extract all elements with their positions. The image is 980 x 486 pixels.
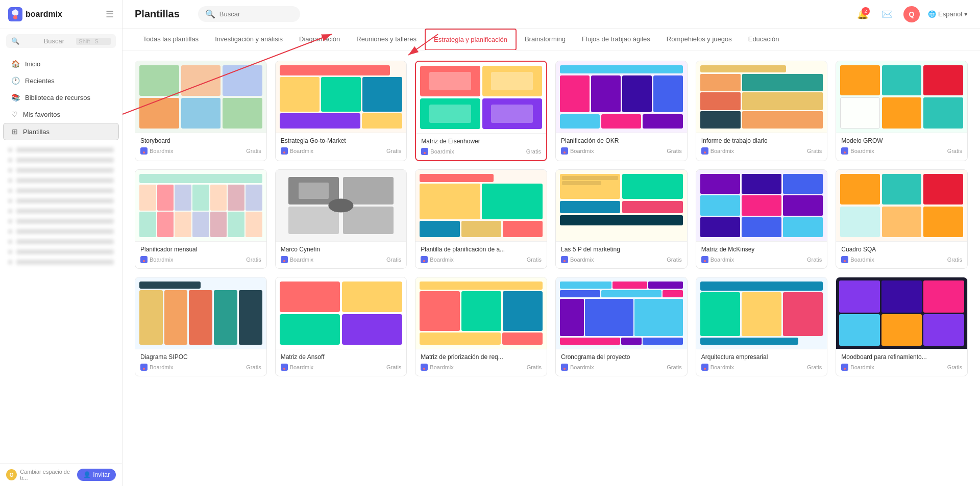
- file-item-2[interactable]: [0, 155, 122, 165]
- sidebar-files: [0, 143, 122, 463]
- svg-point-19: [423, 260, 425, 262]
- template-card-ansoff[interactable]: Matriz de Ansoff Boardmix Gratis: [275, 277, 407, 376]
- sidebar-item-home-label: Inicio: [25, 60, 40, 68]
- monthly-planner-info: Planificador mensual Boardmix Gratis: [135, 241, 266, 268]
- workspace-info[interactable]: O Cambiar espacio de tr...: [6, 469, 77, 481]
- mckinsey-preview: [696, 170, 827, 241]
- language-selector[interactable]: 🌐 Español ▾: [928, 10, 968, 18]
- sidebar-collapse-button[interactable]: ☰: [106, 9, 114, 20]
- sidebar-item-templates-label: Plantillas: [23, 128, 50, 136]
- file-item-1[interactable]: [0, 145, 122, 155]
- monthly-planner-author: Boardmix: [140, 256, 173, 263]
- logo[interactable]: boardmix: [8, 7, 62, 21]
- template-card-grow[interactable]: Modelo GROW Boardmix Gratis: [836, 61, 968, 161]
- sqa-preview: [836, 170, 967, 241]
- svg-point-9: [564, 151, 566, 154]
- project-schedule-name: Cronograma del proyecto: [561, 353, 682, 361]
- eisenhower-info: Matriz de Eisenhower Boardmix Gratis: [416, 133, 546, 160]
- file-item-9[interactable]: [0, 226, 122, 237]
- template-card-go-to-market[interactable]: Estrategia Go-to-Market Boardmix Gratis: [275, 61, 407, 161]
- template-card-cynefin[interactable]: Marco Cynefin Boardmix Gratis: [275, 169, 407, 269]
- moodboard-name: Moodboard para refinamiento...: [841, 353, 962, 361]
- file-item-11[interactable]: [0, 247, 122, 257]
- template-card-enterprise-arch[interactable]: Arquitectura empresarial Boardmix Gratis: [696, 277, 828, 376]
- notification-button[interactable]: 🔔 2: [854, 6, 871, 22]
- tab-brainstorming[interactable]: Brainstorming: [517, 29, 574, 50]
- go-to-market-name: Estrategia Go-to-Market: [281, 137, 402, 144]
- template-card-5p[interactable]: Las 5 P del marketing Boardmix Gratis: [555, 169, 688, 269]
- svg-point-15: [143, 260, 145, 262]
- ansoff-meta: Boardmix Gratis: [281, 364, 402, 371]
- tab-agile[interactable]: Flujos de trabjao ágiles: [574, 29, 658, 50]
- invite-button[interactable]: 👤 Invitar: [77, 469, 116, 481]
- eisenhower-name: Matriz de Eisenhower: [421, 138, 541, 145]
- template-card-monthly-planner[interactable]: Planificador mensual Boardmix Gratis: [135, 169, 267, 269]
- tab-meetings[interactable]: Reuniones y talleres: [348, 29, 425, 50]
- file-item-6[interactable]: [0, 196, 122, 206]
- lang-label: Español: [938, 10, 962, 18]
- mckinsey-badge: Gratis: [807, 257, 822, 263]
- ansoff-info: Matriz de Ansoff Boardmix Gratis: [276, 349, 407, 376]
- prioritization-preview: [415, 277, 547, 349]
- file-item-10[interactable]: [0, 237, 122, 247]
- file-item-5[interactable]: [0, 186, 122, 196]
- eisenhower-author: Boardmix: [421, 148, 454, 155]
- ansoff-preview: [276, 277, 407, 349]
- clock-icon: 🕐: [11, 76, 20, 85]
- daily-report-preview: [696, 61, 827, 133]
- file-item-12[interactable]: [0, 257, 122, 267]
- template-card-project-schedule[interactable]: Cronograma del proyecto Boardmix Gratis: [555, 277, 688, 376]
- sidebar-search[interactable]: 🔍 Buscar Shift S: [6, 34, 116, 48]
- template-card-moodboard[interactable]: Moodboard para refinamiento... Boardmix …: [836, 277, 968, 376]
- svg-point-33: [564, 368, 566, 370]
- 5p-author: Boardmix: [561, 256, 594, 263]
- file-item-3[interactable]: [0, 165, 122, 175]
- svg-point-1: [13, 15, 17, 19]
- svg-point-13: [844, 151, 846, 154]
- sidebar-item-library[interactable]: 📚 Biblioteca de recursos: [3, 89, 119, 106]
- tab-strategy[interactable]: Estrategia y planificación: [425, 29, 517, 50]
- sidebar-item-templates[interactable]: ⊞ Plantillas: [3, 123, 119, 140]
- tab-diagram[interactable]: Diagramación: [291, 29, 348, 50]
- template-card-eisenhower[interactable]: Matriz de Eisenhower Boardmix Gratis: [415, 61, 547, 161]
- tab-all[interactable]: Todas las plantillas: [135, 29, 207, 50]
- project-schedule-meta: Boardmix Gratis: [561, 364, 682, 371]
- project-schedule-info: Cronograma del proyecto Boardmix Gratis: [556, 349, 687, 376]
- search-bar[interactable]: 🔍: [198, 6, 300, 22]
- file-item-8[interactable]: [0, 216, 122, 226]
- topbar: Plantillas 🔍 🔔 2 ✉️ Q 🌐 Español ▾: [122, 0, 980, 29]
- svg-point-25: [844, 260, 846, 262]
- sidebar-item-recents-label: Recientes: [25, 77, 55, 85]
- file-item-4[interactable]: [0, 175, 122, 186]
- moodboard-info: Moodboard para refinamiento... Boardmix …: [836, 349, 967, 376]
- monthly-planner-badge: Gratis: [246, 257, 261, 263]
- sqa-meta: Boardmix Gratis: [841, 256, 962, 263]
- template-card-mckinsey[interactable]: Matriz de McKinsey Boardmix Gratis: [696, 169, 828, 269]
- mckinsey-info: Matriz de McKinsey Boardmix Gratis: [696, 241, 827, 268]
- prioritization-author: Boardmix: [421, 364, 453, 371]
- search-input[interactable]: [219, 10, 293, 18]
- planning-meta: Boardmix Gratis: [421, 256, 542, 263]
- sidebar-item-recents[interactable]: 🕐 Recientes: [3, 72, 119, 89]
- template-card-sqa[interactable]: Cuadro SQA Boardmix Gratis: [836, 169, 968, 269]
- template-card-storyboard[interactable]: Storyboard Boardmix Gratis: [135, 61, 267, 161]
- template-card-planning[interactable]: Plantilla de planificación de a... Board…: [415, 169, 547, 269]
- eisenhower-badge: Gratis: [526, 148, 541, 155]
- template-card-okr[interactable]: Planificación de OKR Boardmix Gratis: [555, 61, 688, 161]
- tab-research[interactable]: Investigación y análisis: [207, 29, 291, 50]
- template-card-sipoc[interactable]: Diagrama SIPOC Boardmix Gratis: [135, 277, 267, 376]
- file-item-7[interactable]: [0, 206, 122, 216]
- mail-button[interactable]: ✉️: [879, 6, 895, 22]
- template-card-daily-report[interactable]: Informe de trabajo diario Boardmix Grati…: [696, 61, 828, 161]
- template-card-prioritization[interactable]: Matriz de priorización de req... Boardmi…: [415, 277, 547, 376]
- sidebar-item-favorites[interactable]: ♡ Mis favoritos: [3, 106, 119, 122]
- sidebar-item-home[interactable]: 🏠 Inicio: [3, 56, 119, 72]
- tab-icebreakers[interactable]: Rompehielos y juegos: [658, 29, 740, 50]
- user-avatar[interactable]: Q: [903, 6, 920, 22]
- 5p-badge: Gratis: [667, 257, 681, 263]
- sipoc-badge: Gratis: [246, 364, 261, 370]
- prioritization-badge: Gratis: [527, 364, 542, 370]
- svg-point-37: [844, 368, 846, 370]
- grow-info: Modelo GROW Boardmix Gratis: [836, 133, 967, 160]
- tab-education[interactable]: Educación: [740, 29, 788, 50]
